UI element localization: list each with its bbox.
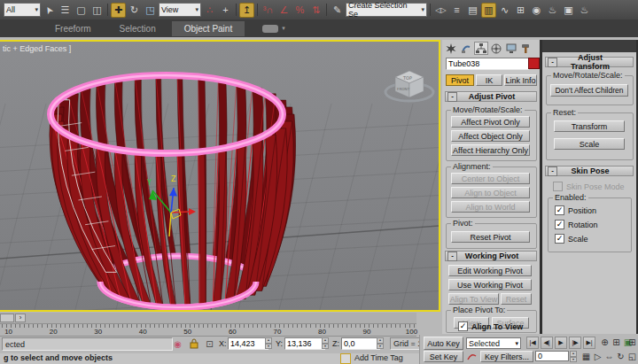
collapse-icon[interactable]: - <box>548 167 557 176</box>
selection-region-icon[interactable]: ▢ <box>74 3 89 18</box>
ribbon-minimize-icon[interactable] <box>262 25 278 33</box>
select-and-scale-icon[interactable]: ◳ <box>143 3 158 18</box>
selection-lock-icon[interactable] <box>187 337 200 350</box>
z-spinner[interactable]: ▴▾ <box>377 337 384 349</box>
hierarchy-tab-icon[interactable] <box>474 42 488 55</box>
named-selection-sets-dropdown[interactable]: Create Selection Se ▾ <box>346 3 427 17</box>
reset-pivot-button[interactable]: Reset Pivot <box>451 231 530 243</box>
create-tab-icon[interactable] <box>444 42 458 55</box>
chevron-down-icon[interactable]: ▾ <box>282 25 285 32</box>
viewport-canvas[interactable]: YZTOPFRONT <box>0 42 439 310</box>
pivot-mode-button[interactable]: Pivot <box>446 74 474 86</box>
previous-frame-button[interactable]: ◀| <box>541 337 553 349</box>
dont-affect-children-button[interactable]: Don't Affect Children <box>550 84 628 97</box>
zoom-icon[interactable]: ⊕ <box>599 337 611 348</box>
skin-pose-mode-checkbox[interactable]: Skin Pose Mode <box>553 182 625 191</box>
set-key-button[interactable]: Set Key <box>424 351 463 362</box>
reference-coordinate-dropdown[interactable]: View ▾ <box>159 3 201 17</box>
select-by-name-icon[interactable]: ☰ <box>58 3 73 18</box>
use-working-pivot-button[interactable]: Use Working Pivot <box>448 279 532 290</box>
keyboard-override-icon[interactable]: ↥ <box>239 3 254 18</box>
reset-transform-button[interactable]: Transform <box>554 120 625 132</box>
zoom-region-icon[interactable]: ▦ <box>580 351 592 362</box>
auto-key-button[interactable]: Auto Key <box>424 337 463 350</box>
working-pivot-rollout[interactable]: - Working Pivot <box>445 251 537 261</box>
key-selection-dropdown[interactable]: Selected ▾ <box>466 337 521 349</box>
add-time-tag-label[interactable]: Add Time Tag <box>354 353 403 362</box>
go-to-end-button[interactable]: ▶| <box>583 337 595 349</box>
spin-down-icon[interactable]: ▾ <box>322 344 329 350</box>
edit-named-sets-icon[interactable]: ✎ <box>330 3 345 18</box>
tab-freeform[interactable]: Freeform <box>43 21 104 36</box>
spinner-snap-icon[interactable]: ⇅ <box>308 3 323 18</box>
x-coordinate-field[interactable]: 14,423 <box>228 337 268 350</box>
tab-selection[interactable]: Selection <box>107 21 168 36</box>
key-tangent-icon[interactable] <box>466 351 478 362</box>
select-object-icon[interactable]: ➤ <box>39 0 59 20</box>
select-and-rotate-icon[interactable]: ↻ <box>127 3 142 18</box>
track-bar[interactable]: 102030405060708090100 <box>0 324 416 337</box>
manage-layers-icon[interactable]: ▤ <box>465 3 480 18</box>
align-icon[interactable]: ≡ <box>449 3 464 18</box>
curve-editor-icon[interactable]: ∿ <box>497 3 512 18</box>
rendered-frame-icon[interactable]: ▣ <box>561 3 576 18</box>
affect-object-only-button[interactable]: Affect Object Only <box>451 130 530 142</box>
material-editor-icon[interactable]: ◉ <box>529 3 544 18</box>
display-tab-icon[interactable] <box>504 42 518 55</box>
affect-pivot-only-button[interactable]: Affect Pivot Only <box>451 116 530 128</box>
window-crossing-icon[interactable]: ◫ <box>89 3 105 18</box>
link-info-mode-button[interactable]: Link Info <box>504 74 537 86</box>
align-to-world-button[interactable]: Align to World <box>451 201 530 213</box>
pushpin-icon[interactable]: ◉ <box>171 337 184 350</box>
next-frame-arrow-icon[interactable]: › <box>15 314 26 322</box>
z-coordinate-field[interactable]: 0,0 <box>341 337 380 350</box>
next-frame-button[interactable]: |▶ <box>569 337 581 349</box>
percent-snap-icon[interactable]: % <box>292 3 307 18</box>
select-and-manipulate-icon[interactable]: + <box>218 3 233 18</box>
align-to-object-button[interactable]: Align to Object <box>451 187 530 198</box>
affect-hierarchy-only-button[interactable]: Affect Hierarchy Only <box>451 144 530 156</box>
render-setup-icon[interactable]: ♨ <box>545 3 560 18</box>
y-spinner[interactable]: ▴▾ <box>322 337 329 349</box>
x-spinner[interactable]: ▴▾ <box>265 337 272 349</box>
play-button[interactable]: ▶ <box>555 337 567 349</box>
object-color-swatch[interactable] <box>528 58 540 69</box>
time-slider[interactable]: › <box>0 313 416 324</box>
reset-scale-button[interactable]: Scale <box>554 138 625 150</box>
time-tag-icon[interactable] <box>340 353 351 364</box>
edit-working-pivot-button[interactable]: Edit Working Pivot <box>448 265 532 276</box>
collapse-icon[interactable]: - <box>447 252 457 261</box>
reset-working-pivot-button[interactable]: Reset <box>501 293 532 305</box>
motion-tab-icon[interactable] <box>489 42 503 55</box>
go-to-start-button[interactable]: |◀ <box>526 337 539 349</box>
mirror-icon[interactable]: ◁▷ <box>433 3 448 18</box>
key-filters-button[interactable]: Key Filters... <box>480 351 533 362</box>
field-of-view-icon[interactable]: ▷ <box>592 351 603 362</box>
frame-spinner[interactable]: ▴▾ <box>570 351 577 362</box>
collapse-icon[interactable]: - <box>548 58 557 67</box>
use-pivot-center-icon[interactable]: ∴ <box>202 3 217 18</box>
adjust-transform-rollout[interactable]: - Adjust Transform <box>545 57 634 67</box>
rotation-checkbox[interactable]: ✓ Rotation <box>555 220 598 229</box>
snap-3d-icon[interactable]: ³∩ <box>261 3 276 18</box>
absolute-offset-toggle-icon[interactable]: ⊡ <box>203 337 216 350</box>
y-coordinate-field[interactable]: 13,136 <box>284 337 325 350</box>
object-name-field[interactable]: Tube038 <box>446 58 529 70</box>
render-production-icon[interactable]: ♨ <box>577 3 592 18</box>
utilities-tab-icon[interactable] <box>519 42 533 55</box>
skin-pose-rollout[interactable]: - Skin Pose <box>545 166 634 176</box>
adjust-pivot-rollout[interactable]: - Adjust Pivot <box>445 91 537 102</box>
schematic-view-icon[interactable]: ⊞ <box>513 3 528 18</box>
pan-icon[interactable]: ⇔ <box>603 351 615 362</box>
ik-mode-button[interactable]: IK <box>476 74 502 86</box>
viewport-shading-label[interactable]: tic + Edged Faces ] <box>3 44 71 53</box>
select-and-move-icon[interactable]: ✚ <box>111 3 126 18</box>
perspective-viewport[interactable]: YZTOPFRONT tic + Edged Faces ] <box>0 40 440 312</box>
orbit-icon[interactable]: ↻ <box>615 351 626 362</box>
spin-down-icon[interactable]: ▾ <box>265 344 272 350</box>
align-to-view-button[interactable]: Align To View <box>448 293 499 305</box>
selection-filter-dropdown[interactable]: All ▾ <box>4 3 41 17</box>
tab-object-paint[interactable]: Object Paint <box>172 21 245 36</box>
time-slider-handle[interactable] <box>0 314 14 322</box>
spin-down-icon[interactable]: ▾ <box>570 357 577 363</box>
